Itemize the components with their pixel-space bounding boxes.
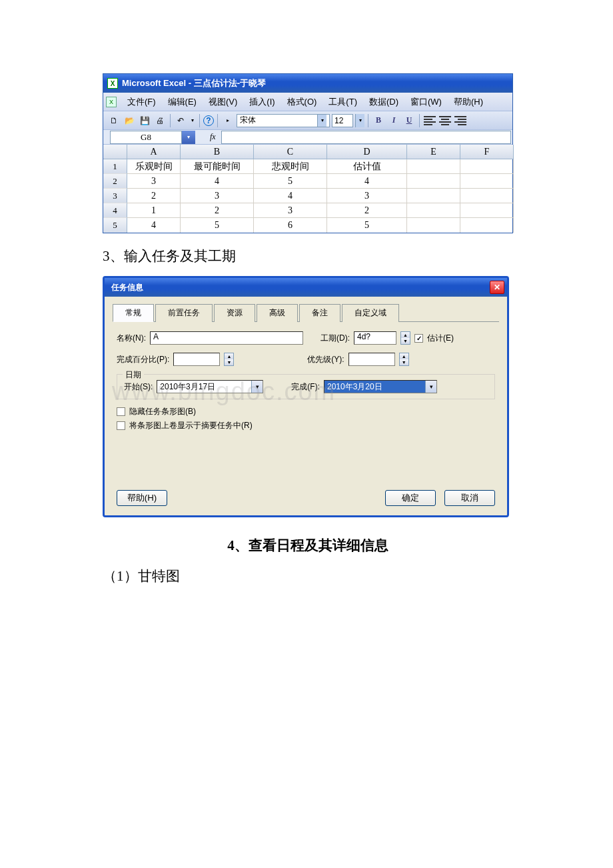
hide-bar-checkbox[interactable] [117, 407, 125, 416]
cell[interactable] [407, 174, 460, 189]
help-button[interactable]: 帮助(H) [117, 490, 167, 506]
menu-file[interactable]: 文件(F) [122, 95, 161, 109]
col-header-E[interactable]: E [407, 145, 460, 159]
undo-dropdown-icon[interactable]: ▾ [189, 114, 196, 127]
cell[interactable] [407, 203, 460, 218]
menu-insert[interactable]: 插入(I) [244, 95, 280, 109]
menu-data[interactable]: 数据(D) [364, 95, 404, 109]
font-name-picker[interactable]: 宋体 ▾ [237, 114, 330, 127]
help-icon[interactable]: ? [203, 115, 214, 126]
cell[interactable]: 4 [127, 218, 181, 233]
col-header-F[interactable]: F [460, 145, 514, 159]
font-size-picker[interactable]: 12 [332, 114, 353, 127]
tab-predecessors[interactable]: 前置任务 [155, 304, 213, 322]
font-size-dropdown-icon[interactable]: ▾ [355, 114, 364, 127]
menu-window[interactable]: 窗口(W) [405, 95, 447, 109]
cell[interactable]: 估计值 [327, 159, 407, 174]
priority-label: 优先级(Y): [307, 354, 344, 365]
open-icon[interactable]: 📂 [123, 114, 136, 127]
duration-spinner[interactable]: ▲▼ [400, 331, 410, 345]
cell[interactable]: 2 [127, 189, 181, 203]
cell[interactable]: 1 [127, 203, 181, 218]
cell[interactable]: 乐观时间 [127, 159, 181, 174]
align-center-icon[interactable] [438, 114, 452, 127]
name-box[interactable]: G8 [110, 131, 182, 144]
rollup-checkbox[interactable] [117, 421, 125, 430]
cell[interactable] [460, 203, 514, 218]
estimate-checkbox[interactable]: ✓ [414, 334, 423, 343]
percent-spinner[interactable]: ▲▼ [224, 353, 234, 366]
undo-icon[interactable]: ↶ [174, 114, 187, 127]
row-header[interactable]: 5 [103, 218, 127, 233]
name-box-dropdown-icon[interactable]: ▾ [182, 131, 195, 144]
tab-custom[interactable]: 自定义域 [342, 304, 399, 322]
cell[interactable]: 3 [327, 189, 407, 203]
col-header-B[interactable]: B [181, 145, 254, 159]
name-input[interactable]: A [150, 331, 303, 345]
menu-format[interactable]: 格式(O) [282, 95, 322, 109]
tab-notes[interactable]: 备注 [299, 304, 340, 322]
tab-advanced[interactable]: 高级 [257, 304, 298, 322]
priority-input[interactable] [348, 353, 395, 366]
tab-resources[interactable]: 资源 [214, 304, 255, 322]
cell[interactable]: 5 [327, 218, 407, 233]
duration-label: 工期(D): [320, 333, 350, 344]
spreadsheet-grid[interactable]: A B C D E F 1 乐观时间 最可能时间 悲观时间 估计值 2 3 4 … [103, 145, 512, 233]
cell[interactable]: 5 [181, 218, 254, 233]
cell[interactable]: 最可能时间 [181, 159, 254, 174]
row-header[interactable]: 1 [103, 159, 127, 174]
duration-input[interactable]: 4d? [354, 331, 396, 345]
cell[interactable] [460, 159, 514, 174]
menu-tools[interactable]: 工具(T) [323, 95, 362, 109]
toolbar-overflow-icon[interactable]: ▸ [221, 114, 235, 127]
cell[interactable]: 4 [327, 174, 407, 189]
row-header[interactable]: 3 [103, 189, 127, 203]
save-icon[interactable]: 💾 [138, 114, 151, 127]
close-icon[interactable]: ✕ [490, 281, 504, 294]
col-header-D[interactable]: D [327, 145, 407, 159]
cell[interactable]: 5 [254, 174, 327, 189]
row-header[interactable]: 2 [103, 174, 127, 189]
tab-general[interactable]: 常规 [113, 304, 154, 322]
new-doc-icon[interactable]: 🗋 [107, 114, 121, 127]
row-header[interactable]: 4 [103, 203, 127, 218]
finish-date-combo[interactable]: 2010年3月20日 ▾ [324, 380, 437, 393]
cell[interactable]: 4 [181, 174, 254, 189]
menu-view[interactable]: 视图(V) [203, 95, 243, 109]
dialog-body: 名称(N): A 工期(D): 4d? ▲▼ ✓ 估计(E) 完成百分比(P):… [105, 322, 507, 483]
ok-button[interactable]: 确定 [385, 490, 436, 506]
fx-icon[interactable]: fx [210, 132, 216, 142]
cancel-button[interactable]: 取消 [444, 490, 495, 506]
bold-icon[interactable]: B [372, 114, 385, 127]
col-header-A[interactable]: A [127, 145, 181, 159]
spin-down-icon: ▼ [401, 338, 410, 344]
cell[interactable]: 3 [127, 174, 181, 189]
italic-icon[interactable]: I [387, 114, 400, 127]
print-icon[interactable]: 🖨 [153, 114, 167, 127]
menu-edit[interactable]: 编辑(E) [163, 95, 202, 109]
cell[interactable] [460, 189, 514, 203]
align-left-icon[interactable] [423, 114, 436, 127]
percent-complete-input[interactable] [173, 353, 220, 366]
priority-spinner[interactable]: ▲▼ [399, 353, 409, 366]
cell[interactable]: 6 [254, 218, 327, 233]
col-header-C[interactable]: C [254, 145, 327, 159]
start-date-combo[interactable]: 2010年3月17日 ▾ [157, 380, 263, 393]
select-all-corner[interactable] [103, 145, 127, 159]
toolbar-separator [199, 114, 200, 127]
cell[interactable] [407, 159, 460, 174]
cell[interactable] [407, 189, 460, 203]
cell[interactable] [460, 174, 514, 189]
cell[interactable]: 3 [181, 189, 254, 203]
cell[interactable]: 2 [327, 203, 407, 218]
menu-help[interactable]: 帮助(H) [448, 95, 488, 109]
cell[interactable] [407, 218, 460, 233]
formula-input[interactable] [221, 131, 511, 144]
align-right-icon[interactable] [454, 114, 467, 127]
underline-icon[interactable]: U [402, 114, 416, 127]
cell[interactable]: 2 [181, 203, 254, 218]
cell[interactable] [460, 218, 514, 233]
cell[interactable]: 3 [254, 203, 327, 218]
cell[interactable]: 4 [254, 189, 327, 203]
cell[interactable]: 悲观时间 [254, 159, 327, 174]
